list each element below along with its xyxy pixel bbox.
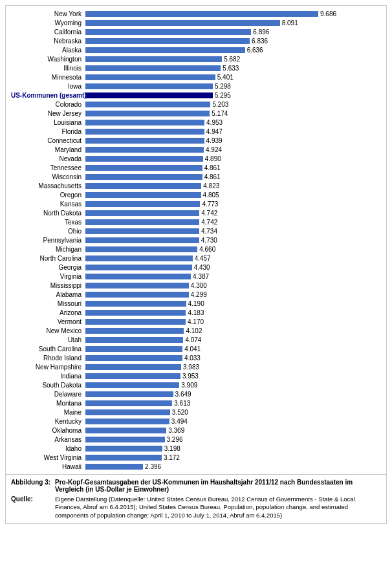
- bar-label: Rhode Island: [11, 354, 85, 362]
- bar-wrapper: 4.190: [85, 300, 381, 307]
- bar-value-label: 3.369: [168, 427, 184, 434]
- bar-fill: [85, 147, 204, 153]
- bar-label: Kansas: [11, 201, 85, 208]
- bar-row: North Carolina4.457: [11, 254, 381, 263]
- bar-wrapper: 4.742: [85, 219, 381, 226]
- bar-row: Florida4.947: [11, 127, 381, 136]
- bar-value-label: 3.649: [175, 391, 191, 398]
- bar-row: West Virginia3.172: [11, 453, 381, 462]
- bar-label: South Dakota: [11, 382, 85, 389]
- bar-fill: [85, 428, 166, 433]
- bar-wrapper: 3.983: [85, 364, 381, 371]
- bar-value-label: 3.909: [181, 382, 197, 389]
- bar-fill: [85, 29, 251, 35]
- bar-row: Washington5.682: [11, 55, 381, 63]
- source-label: Quelle:: [11, 495, 50, 519]
- bar-label: Florida: [11, 128, 85, 135]
- bar-row: Ohio4.734: [11, 227, 381, 235]
- chart-container: New York9.686Wyoming8.091California6.896…: [5, 5, 387, 475]
- bar-label: Utah: [11, 336, 85, 343]
- bar-fill: [85, 419, 169, 424]
- bar-value-label: 4.861: [204, 173, 221, 180]
- bar-value-label: 4.861: [204, 164, 221, 171]
- bar-label: Michigan: [11, 246, 85, 253]
- bar-row: Maryland4.924: [11, 146, 381, 154]
- bar-fill: [85, 47, 245, 53]
- bar-value-label: 5.174: [212, 110, 228, 117]
- bar-wrapper: 5.295: [85, 92, 381, 99]
- bar-row: Arkansas3.296: [11, 435, 381, 444]
- bar-value-label: 3.983: [183, 364, 199, 371]
- bar-wrapper: 4.300: [85, 282, 381, 289]
- bar-value-label: 5.682: [224, 56, 240, 63]
- bar-wrapper: 4.170: [85, 318, 381, 325]
- bar-value-label: 4.742: [201, 210, 217, 217]
- bar-value-label: 4.102: [186, 327, 202, 334]
- bar-value-label: 4.734: [201, 228, 217, 235]
- bar-fill: [85, 310, 186, 316]
- bar-wrapper: 3.649: [85, 391, 381, 398]
- bar-value-label: 3.296: [167, 436, 183, 443]
- bar-fill: [85, 319, 186, 325]
- bar-row: Wyoming8.091: [11, 19, 381, 27]
- bar-wrapper: 4.939: [85, 137, 381, 144]
- bar-label: Mississippi: [11, 282, 85, 289]
- bar-row: Tennessee4.861: [11, 164, 381, 172]
- bar-wrapper: 2.396: [85, 463, 381, 470]
- bar-row: Louisiana4.953: [11, 118, 381, 127]
- bar-fill: [85, 301, 186, 307]
- bar-wrapper: 3.613: [85, 400, 381, 407]
- bar-wrapper: 6.836: [85, 38, 381, 45]
- bar-label: New York: [11, 10, 85, 17]
- bar-value-label: 3.613: [174, 400, 190, 407]
- bar-fill: [85, 437, 165, 442]
- bar-row: New York9.686: [11, 10, 381, 18]
- bar-row: Idaho3.198: [11, 444, 381, 453]
- bar-wrapper: 3.296: [85, 436, 381, 443]
- bar-value-label: 3.172: [164, 454, 180, 461]
- bar-fill: [85, 346, 182, 352]
- bar-value-label: 2.396: [145, 463, 161, 470]
- bar-fill: [85, 129, 204, 135]
- bar-wrapper: 4.953: [85, 119, 381, 126]
- bar-value-label: 5.401: [217, 74, 234, 81]
- bar-wrapper: 3.369: [85, 427, 381, 434]
- bar-fill: [85, 328, 184, 334]
- bar-fill: [85, 56, 222, 62]
- bar-wrapper: 4.457: [85, 255, 381, 262]
- bar-value-label: 4.890: [205, 155, 221, 162]
- bar-fill: [85, 382, 179, 388]
- bar-fill: [85, 201, 200, 207]
- bar-label: Montana: [11, 400, 85, 407]
- bar-wrapper: 4.074: [85, 336, 381, 343]
- bar-fill: [85, 228, 199, 234]
- bar-label: Ohio: [11, 228, 85, 235]
- bar-label: Maryland: [11, 146, 85, 153]
- bar-row: Mississippi4.300: [11, 281, 381, 290]
- bar-value-label: 3.494: [171, 418, 188, 425]
- bar-wrapper: 4.947: [85, 128, 381, 135]
- bar-label: Iowa: [11, 83, 85, 90]
- bar-fill: [85, 93, 213, 98]
- bar-fill: [85, 373, 180, 379]
- bar-wrapper: 5.682: [85, 56, 381, 63]
- bar-row: Wisconsin4.861: [11, 173, 381, 181]
- bar-value-label: 4.457: [195, 255, 211, 262]
- caption-label: Abbildung 3:: [11, 479, 50, 493]
- bar-row: Alaska6.636: [11, 46, 381, 54]
- bar-label: Louisiana: [11, 119, 85, 126]
- bar-value-label: 3.953: [182, 373, 199, 380]
- bar-row: Nevada4.890: [11, 155, 381, 163]
- bar-label: California: [11, 28, 85, 36]
- bar-label: Alabama: [11, 291, 85, 298]
- bar-label: Minnesota: [11, 74, 85, 81]
- bar-wrapper: 5.174: [85, 110, 381, 117]
- bar-fill: [85, 102, 210, 107]
- bar-wrapper: 5.633: [85, 65, 381, 72]
- bar-label: Maine: [11, 409, 85, 416]
- bar-label: Virginia: [11, 273, 85, 280]
- bar-fill: [85, 256, 193, 261]
- bar-fill: [85, 156, 203, 162]
- bar-fill: [85, 192, 201, 198]
- bar-value-label: 4.299: [191, 291, 207, 298]
